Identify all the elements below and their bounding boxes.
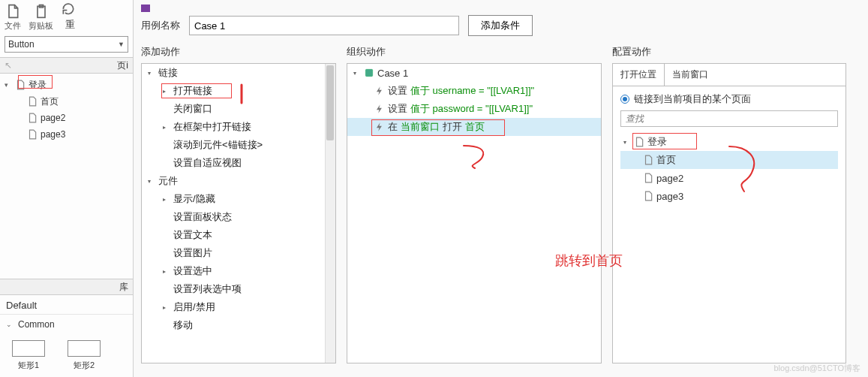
clipboard-label: 剪贴板 <box>29 20 53 32</box>
group-link[interactable]: ▾链接 <box>142 64 335 82</box>
action-enable-disable[interactable]: ▸启用/禁用 <box>142 298 335 316</box>
action-set-password[interactable]: 设置 值于 password = "[[LVAR1]]" <box>347 100 601 118</box>
library-common[interactable]: ⌄ Common <box>0 315 133 334</box>
library-default[interactable]: Default <box>0 295 133 315</box>
scrollbar[interactable] <box>325 64 335 363</box>
action-set-text[interactable]: ▸设置文本 <box>142 226 335 244</box>
page-icon <box>643 191 653 201</box>
scrollbar-thumb[interactable] <box>326 65 334 140</box>
page-search-input[interactable] <box>620 110 838 127</box>
page-label: page2 <box>41 113 65 123</box>
action-prefix: 设置 <box>388 102 407 116</box>
nav-back-icon[interactable]: ↖ <box>5 60 12 71</box>
widget-type-dropdown[interactable]: Button ▼ <box>5 36 128 53</box>
page-icon <box>27 129 38 140</box>
action-open-in-frame[interactable]: ▸在框架中打开链接 <box>142 118 335 136</box>
bolt-icon <box>374 104 385 114</box>
clipboard-menu[interactable]: 剪贴板 <box>29 4 53 32</box>
pages-panel-title: 页i <box>117 59 128 72</box>
cfg-page-page2[interactable]: page2 <box>620 169 838 187</box>
page-icon <box>27 113 38 123</box>
action-set-list-selected[interactable]: ▸设置列表选中项 <box>142 280 335 298</box>
page-label: page3 <box>656 191 683 202</box>
add-actions-title: 添加动作 <box>141 45 336 59</box>
shape-label: 矩形1 <box>18 360 39 371</box>
annotation-box <box>632 133 697 149</box>
reload-menu-truncated[interactable]: 重 <box>61 2 76 32</box>
cfg-page-home[interactable]: 首页 <box>620 151 838 169</box>
file-menu[interactable]: 文件 <box>5 4 21 32</box>
radio-link-current-project[interactable]: 链接到当前项目的某个页面 <box>620 92 838 106</box>
page-label: page2 <box>656 173 683 184</box>
page-node-page3[interactable]: page3 <box>0 126 133 143</box>
file-label: 文件 <box>5 20 21 32</box>
org-actions-title: 组织动作 <box>347 45 602 59</box>
chevron-down-icon: ▾ <box>5 81 12 89</box>
org-actions-panel: ▾ Case 1 设置 值于 username = "[[LVAR1]]" 设置… <box>347 63 602 363</box>
action-set-username[interactable]: 设置 值于 username = "[[LVAR1]]" <box>347 82 601 100</box>
chevron-down-icon: ⌄ <box>6 321 14 328</box>
page-icon <box>5 4 20 19</box>
radio-icon <box>620 95 629 104</box>
page-label: page3 <box>41 129 65 140</box>
case-name-label: 用例名称 <box>141 19 180 32</box>
page-icon <box>27 96 38 107</box>
page-label: 首页 <box>656 153 676 167</box>
action-panel-state[interactable]: ▸设置面板状态 <box>142 208 335 226</box>
bolt-icon <box>374 86 385 96</box>
page-icon <box>643 155 653 165</box>
action-set-selected[interactable]: ▸设置选中 <box>142 262 335 280</box>
action-adaptive[interactable]: ▸设置自适应视图 <box>142 154 335 172</box>
case-label: Case 1 <box>377 68 408 79</box>
group-component[interactable]: ▾元件 <box>142 172 335 190</box>
action-scroll-to[interactable]: ▸滚动到元件<锚链接> <box>142 136 335 154</box>
action-prefix: 设置 <box>388 84 407 98</box>
add-actions-panel: ▾链接 ▸打开链接 ▸关闭窗口 ▸在框架中打开链接 ▸滚动到元件<锚链接> ▸设… <box>141 63 336 363</box>
action-show-hide[interactable]: ▸显示/隐藏 <box>142 190 335 208</box>
cfg-actions-panel: 打开位置 当前窗口 链接到当前项目的某个页面 ▾ <box>612 63 846 363</box>
radio-label: 链接到当前项目的某个页面 <box>634 92 751 106</box>
action-value: 值于 password = "[[LVAR1]]" <box>410 102 533 116</box>
action-move[interactable]: ▸移动 <box>142 316 335 334</box>
refresh-icon <box>61 2 76 17</box>
annotation-box <box>18 75 53 89</box>
shape-label: 矩形2 <box>74 360 95 371</box>
watermark: blog.csdn@51CTO博客 <box>773 363 860 374</box>
annotation-stroke <box>460 142 497 172</box>
action-close-window[interactable]: ▸关闭窗口 <box>142 100 335 118</box>
page-node-home[interactable]: 首页 <box>0 93 133 110</box>
page-label: 首页 <box>41 95 59 108</box>
widget-rect1[interactable] <box>12 340 45 357</box>
cfg-actions-title: 配置动作 <box>612 45 846 59</box>
clipboard-icon <box>34 4 49 19</box>
library-common-label: Common <box>18 319 55 330</box>
open-location-label: 打开位置 <box>613 64 664 86</box>
cfg-page-page3[interactable]: page3 <box>620 187 838 205</box>
page-node-page2[interactable]: page2 <box>0 110 133 126</box>
case-name-input[interactable] <box>189 16 459 35</box>
dialog-grip <box>141 5 150 12</box>
widget-rect2[interactable] <box>68 340 101 357</box>
open-location-dropdown[interactable]: 当前窗口 <box>664 64 845 86</box>
library-panel-title: 库 <box>119 281 128 294</box>
action-set-image[interactable]: ▸设置图片 <box>142 244 335 262</box>
annotation-box <box>161 83 232 98</box>
page-icon <box>643 173 653 183</box>
case-icon <box>364 68 374 78</box>
svg-rect-1 <box>365 69 372 76</box>
action-value: 值于 username = "[[LVAR1]]" <box>410 84 534 98</box>
pages-tree: ▾ 登录 首页 page2 page3 <box>0 74 133 146</box>
annotation-box <box>371 119 505 136</box>
add-condition-button[interactable]: 添加条件 <box>468 15 533 36</box>
reload-label: 重 <box>62 18 75 32</box>
dropdown-value: Button <box>8 39 35 50</box>
chevron-down-icon: ▼ <box>118 41 125 48</box>
case-node[interactable]: ▾ Case 1 <box>347 64 601 82</box>
